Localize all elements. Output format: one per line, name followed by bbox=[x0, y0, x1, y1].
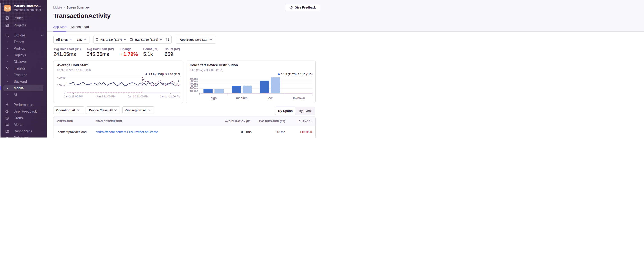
svg-text:200ms: 200ms bbox=[57, 84, 66, 87]
svg-text:Jan 6 11:00 PM: Jan 6 11:00 PM bbox=[96, 95, 116, 98]
svg-text:medium: medium bbox=[236, 96, 248, 100]
svg-text:0: 0 bbox=[64, 91, 66, 94]
svg-text:3.1.10 (1159): 3.1.10 (1159) bbox=[165, 73, 180, 76]
svg-text:3.1.9 (1157): 3.1.9 (1157) bbox=[148, 73, 163, 76]
svg-text:low: low bbox=[268, 96, 272, 100]
svg-text:high: high bbox=[210, 96, 216, 100]
svg-text:Unknown: Unknown bbox=[292, 96, 305, 100]
svg-text:Jan 10 11:00 PM: Jan 10 11:00 PM bbox=[128, 95, 148, 98]
svg-text:Jan 14 11:00 PM: Jan 14 11:00 PM bbox=[160, 95, 180, 98]
svg-text:Jan 2 11:00 PM: Jan 2 11:00 PM bbox=[64, 95, 83, 98]
svg-text:100ms: 100ms bbox=[190, 89, 198, 93]
svg-text:3.1.10 (1159): 3.1.10 (1159) bbox=[298, 73, 312, 76]
svg-text:3.1.9 (1157): 3.1.9 (1157) bbox=[281, 73, 296, 76]
svg-text:400ms: 400ms bbox=[57, 76, 66, 79]
